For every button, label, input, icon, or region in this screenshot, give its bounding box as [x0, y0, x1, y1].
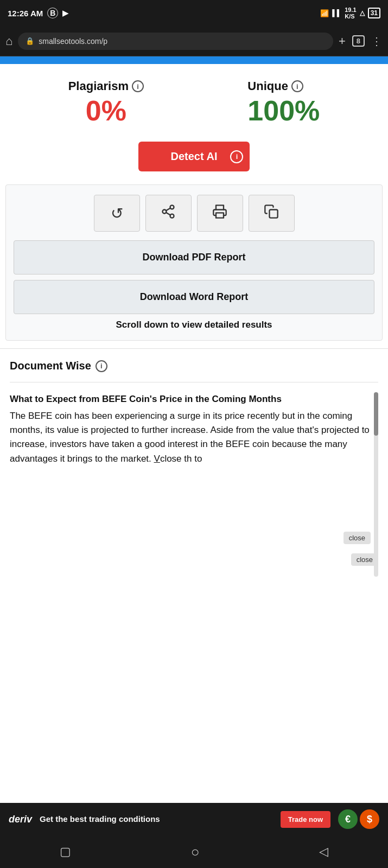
section-divider	[10, 382, 378, 382]
nav-square-icon[interactable]: ▢	[60, 845, 71, 859]
document-text-area: What to Expect from BEFE Coin's Price in…	[10, 392, 378, 577]
lock-icon: 🔒	[26, 37, 34, 45]
youtube-icon: ▶	[62, 9, 68, 17]
status-left: 12:26 AM B ▶	[8, 8, 68, 18]
signal-icon: △	[360, 9, 365, 17]
ad-logo: deriv	[9, 814, 32, 825]
url-text: smallseotools.com/p	[39, 37, 107, 46]
plagiarism-info-icon[interactable]: i	[132, 80, 144, 92]
svg-line-4	[166, 208, 170, 211]
url-bar[interactable]: 🔒 smallseotools.com/p	[18, 33, 333, 50]
ad-cta-button[interactable]: Trade now	[281, 811, 330, 828]
plagiarism-label: Plagiarism i	[68, 79, 144, 93]
browser-actions: + 8 ⋮	[339, 34, 383, 48]
icon-buttons-row: ↺	[14, 195, 374, 232]
svg-line-3	[166, 213, 170, 215]
detect-ai-info-icon: i	[230, 150, 243, 163]
home-icon[interactable]: ⌂	[5, 34, 12, 48]
unique-stat: Unique i 100%	[247, 79, 320, 126]
menu-icon[interactable]: ⋮	[371, 35, 383, 48]
print-button[interactable]	[197, 195, 243, 232]
close-button-1[interactable]: close	[344, 532, 371, 544]
copy-button[interactable]	[249, 195, 295, 232]
sim-icon: 📶	[320, 9, 329, 17]
scrollbar[interactable]	[374, 392, 378, 577]
ad-text: Get the best trading conditions	[40, 814, 273, 825]
plagiarism-stat: Plagiarism i 0%	[68, 79, 144, 126]
download-word-button[interactable]: Download Word Report	[14, 280, 374, 314]
refresh-icon: ↺	[111, 205, 123, 222]
status-bar: 12:26 AM B ▶ 📶 ▌▌ 19.1K/S △ 31	[0, 0, 388, 26]
euro-icon-2: $	[360, 809, 379, 829]
share-button[interactable]	[145, 195, 192, 232]
battery-display: 31	[368, 8, 380, 18]
add-tab-icon[interactable]: +	[339, 34, 346, 48]
ad-banner: deriv Get the best trading conditions Tr…	[0, 803, 388, 835]
unique-info-icon[interactable]: i	[291, 80, 303, 92]
download-pdf-button[interactable]: Download PDF Report	[14, 240, 374, 275]
wifi-icon: ▌▌	[332, 9, 341, 17]
unique-label: Unique i	[247, 79, 320, 93]
share-icon	[161, 204, 176, 222]
detect-ai-button[interactable]: Detect AI i	[138, 142, 250, 171]
nav-bar: ▢ ○ ◁	[0, 835, 388, 868]
tab-count-badge[interactable]: 8	[352, 35, 365, 47]
b-icon: B	[47, 8, 58, 18]
nav-circle-icon[interactable]: ○	[191, 844, 200, 860]
time-display: 12:26 AM	[8, 9, 43, 18]
top-blue-bar	[0, 56, 388, 64]
actions-panel: ↺	[5, 184, 383, 341]
euro-icon-1: €	[338, 809, 358, 829]
main-content: Plagiarism i 0% Unique i 100% Detect AI …	[0, 64, 388, 577]
ad-euro-icons: € $	[338, 809, 379, 829]
unique-value: 100%	[247, 95, 320, 126]
stats-section: Plagiarism i 0% Unique i 100%	[0, 64, 388, 137]
refresh-button[interactable]: ↺	[94, 195, 140, 232]
document-wise-section: Document Wise i What to Expect from BEFE…	[0, 348, 388, 577]
section-title: Document Wise i	[10, 360, 378, 372]
scroll-hint: Scroll down to view detailed results	[14, 320, 374, 330]
svg-rect-5	[216, 213, 224, 218]
status-right: 📶 ▌▌ 19.1K/S △ 31	[320, 7, 380, 20]
speed-indicator: 19.1K/S	[345, 7, 356, 20]
doc-title: What to Expect from BEFE Coin's Price in…	[10, 392, 378, 406]
browser-bar: ⌂ 🔒 smallseotools.com/p + 8 ⋮	[0, 26, 388, 56]
scrollbar-thumb[interactable]	[374, 392, 378, 436]
svg-rect-6	[270, 209, 278, 218]
print-icon	[212, 204, 227, 223]
copy-icon	[264, 204, 279, 223]
nav-back-icon[interactable]: ◁	[319, 845, 328, 859]
document-text: What to Expect from BEFE Coin's Price in…	[10, 392, 378, 466]
document-wise-info-icon[interactable]: i	[96, 360, 107, 372]
doc-body: The BEFE coin has been experiencing a su…	[10, 409, 378, 466]
plagiarism-value: 0%	[68, 95, 144, 126]
